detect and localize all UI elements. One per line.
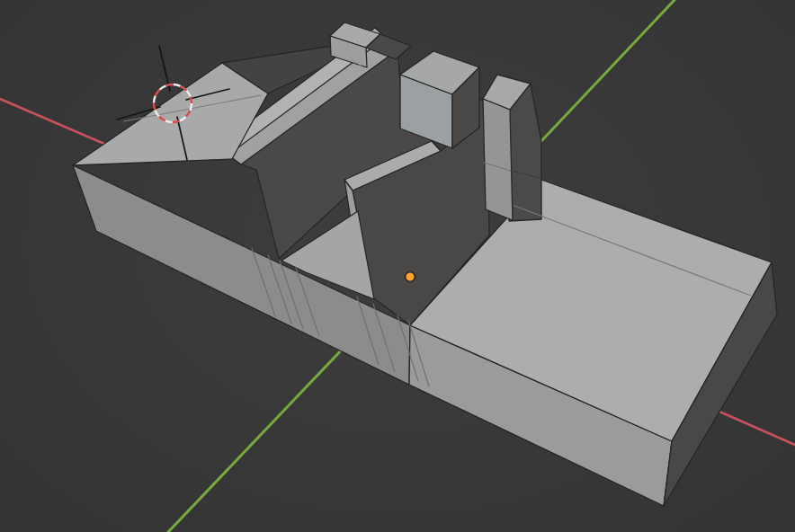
origin-dot-layer[interactable] xyxy=(406,272,415,282)
mesh-object[interactable] xyxy=(73,22,777,506)
x-axis-line-seg1 xyxy=(0,99,104,144)
blender-3d-viewport[interactable] xyxy=(0,0,795,532)
viewport-canvas[interactable] xyxy=(0,0,795,532)
y-axis-line-seg2 xyxy=(168,347,344,532)
y-axis-line-seg1 xyxy=(541,0,674,141)
object-origin-dot[interactable] xyxy=(406,272,415,282)
x-axis-line-seg2 xyxy=(719,412,795,445)
wall-c-left-face[interactable] xyxy=(483,99,513,220)
